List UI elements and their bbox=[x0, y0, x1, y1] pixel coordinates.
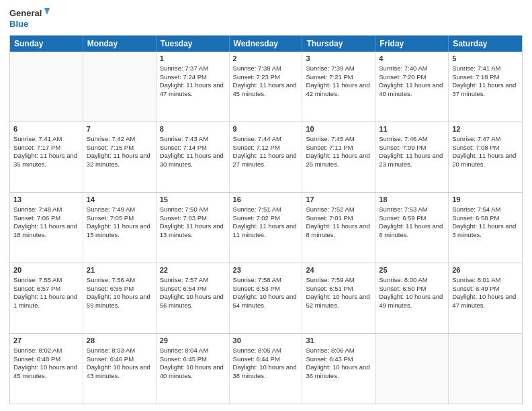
sunrise-text: Sunrise: 7:46 AM bbox=[379, 135, 427, 142]
sunrise-text: Sunrise: 7:57 AM bbox=[160, 276, 208, 283]
day-number: 23 bbox=[233, 265, 299, 275]
day-number: 22 bbox=[160, 265, 226, 275]
calendar-cell bbox=[83, 52, 157, 122]
calendar-cell bbox=[10, 52, 83, 122]
calendar-cell bbox=[449, 334, 522, 404]
calendar-cell: 2Sunrise: 7:38 AMSunset: 7:23 PMDaylight… bbox=[230, 52, 303, 122]
daylight-text: Daylight: 11 hours and 25 minutes. bbox=[306, 152, 369, 168]
sunrise-text: Sunrise: 7:49 AM bbox=[87, 205, 135, 213]
calendar-cell: 7Sunrise: 7:42 AMSunset: 7:15 PMDaylight… bbox=[83, 122, 157, 192]
daylight-text: Daylight: 10 hours and 59 minutes. bbox=[87, 293, 150, 309]
sunrise-text: Sunrise: 7:40 AM bbox=[379, 64, 427, 72]
day-number: 8 bbox=[160, 124, 226, 134]
sunset-text: Sunset: 7:17 PM bbox=[13, 144, 60, 151]
calendar-cell: 26Sunrise: 8:01 AMSunset: 6:49 PMDayligh… bbox=[449, 263, 522, 333]
sunset-text: Sunset: 7:24 PM bbox=[160, 73, 207, 81]
daylight-text: Daylight: 11 hours and 13 minutes. bbox=[160, 222, 224, 238]
sunrise-text: Sunrise: 8:02 AM bbox=[13, 347, 62, 354]
day-number: 13 bbox=[13, 195, 79, 205]
sunset-text: Sunset: 6:48 PM bbox=[13, 355, 60, 363]
daylight-text: Daylight: 11 hours and 47 minutes. bbox=[160, 81, 224, 97]
calendar-cell: 20Sunrise: 7:55 AMSunset: 6:57 PMDayligh… bbox=[10, 263, 83, 333]
sunset-text: Sunset: 6:45 PM bbox=[160, 355, 207, 363]
sunset-text: Sunset: 6:49 PM bbox=[452, 285, 499, 292]
sunrise-text: Sunrise: 7:47 AM bbox=[452, 135, 500, 142]
sunset-text: Sunset: 6:55 PM bbox=[87, 285, 134, 292]
sunrise-text: Sunrise: 8:03 AM bbox=[87, 347, 135, 354]
day-number: 9 bbox=[233, 124, 299, 134]
calendar-cell: 10Sunrise: 7:45 AMSunset: 7:11 PMDayligh… bbox=[302, 122, 375, 192]
svg-text:Blue: Blue bbox=[9, 19, 28, 29]
sunrise-text: Sunrise: 7:42 AM bbox=[87, 135, 135, 142]
sunrise-text: Sunrise: 7:39 AM bbox=[306, 64, 354, 72]
sunset-text: Sunset: 7:11 PM bbox=[306, 144, 353, 151]
day-number: 14 bbox=[87, 195, 152, 205]
calendar-cell: 13Sunrise: 7:48 AMSunset: 7:06 PMDayligh… bbox=[10, 193, 83, 263]
day-number: 15 bbox=[160, 195, 226, 205]
calendar-cell: 29Sunrise: 8:04 AMSunset: 6:45 PMDayligh… bbox=[157, 334, 230, 404]
daylight-text: Daylight: 10 hours and 43 minutes. bbox=[87, 363, 150, 379]
sunrise-text: Sunrise: 7:53 AM bbox=[379, 205, 427, 213]
calendar-cell: 3Sunrise: 7:39 AMSunset: 7:21 PMDaylight… bbox=[302, 52, 375, 122]
sunrise-text: Sunrise: 8:01 AM bbox=[452, 276, 500, 283]
calendar-cell: 30Sunrise: 8:05 AMSunset: 6:44 PMDayligh… bbox=[230, 334, 303, 404]
calendar-cell: 16Sunrise: 7:51 AMSunset: 7:02 PMDayligh… bbox=[230, 193, 303, 263]
daylight-text: Daylight: 11 hours and 20 minutes. bbox=[452, 152, 516, 168]
daylight-text: Daylight: 11 hours and 35 minutes. bbox=[13, 152, 77, 168]
calendar-cell: 5Sunrise: 7:41 AMSunset: 7:18 PMDaylight… bbox=[449, 52, 522, 122]
daylight-text: Daylight: 11 hours and 11 minutes. bbox=[233, 222, 297, 238]
daylight-text: Daylight: 10 hours and 56 minutes. bbox=[160, 293, 224, 309]
day-number: 19 bbox=[452, 195, 519, 205]
daylight-text: Daylight: 11 hours and 45 minutes. bbox=[233, 81, 297, 97]
header-cell-tuesday: Tuesday bbox=[157, 36, 230, 52]
calendar-cell: 21Sunrise: 7:56 AMSunset: 6:55 PMDayligh… bbox=[83, 263, 157, 333]
daylight-text: Daylight: 11 hours and 42 minutes. bbox=[306, 81, 369, 97]
sunset-text: Sunset: 6:46 PM bbox=[87, 355, 134, 363]
day-number: 21 bbox=[87, 265, 152, 275]
day-number: 17 bbox=[306, 195, 371, 205]
daylight-text: Daylight: 11 hours and 32 minutes. bbox=[87, 152, 150, 168]
sunrise-text: Sunrise: 7:59 AM bbox=[306, 276, 354, 283]
sunrise-text: Sunrise: 7:43 AM bbox=[160, 135, 208, 142]
sunset-text: Sunset: 7:20 PM bbox=[379, 73, 426, 81]
day-number: 3 bbox=[306, 54, 371, 64]
daylight-text: Daylight: 10 hours and 36 minutes. bbox=[306, 363, 369, 379]
sunrise-text: Sunrise: 7:55 AM bbox=[13, 276, 62, 283]
sunset-text: Sunset: 6:57 PM bbox=[13, 285, 60, 292]
calendar-row-2: 6Sunrise: 7:41 AMSunset: 7:17 PMDaylight… bbox=[10, 122, 522, 192]
day-number: 27 bbox=[13, 336, 79, 346]
sunset-text: Sunset: 7:21 PM bbox=[306, 73, 353, 81]
sunrise-text: Sunrise: 7:45 AM bbox=[306, 135, 354, 142]
day-number: 25 bbox=[379, 265, 445, 275]
calendar-row-1: 1Sunrise: 7:37 AMSunset: 7:24 PMDaylight… bbox=[10, 52, 522, 122]
sunrise-text: Sunrise: 8:00 AM bbox=[379, 276, 427, 283]
header-cell-saturday: Saturday bbox=[449, 36, 522, 52]
svg-text:General: General bbox=[9, 8, 42, 18]
sunset-text: Sunset: 6:50 PM bbox=[379, 285, 426, 292]
sunrise-text: Sunrise: 7:37 AM bbox=[160, 64, 208, 72]
sunset-text: Sunset: 7:01 PM bbox=[306, 214, 353, 222]
sunrise-text: Sunrise: 7:52 AM bbox=[306, 205, 354, 213]
calendar-cell: 12Sunrise: 7:47 AMSunset: 7:08 PMDayligh… bbox=[449, 122, 522, 192]
daylight-text: Daylight: 11 hours and 6 minutes. bbox=[379, 222, 443, 238]
day-number: 31 bbox=[306, 336, 371, 346]
sunset-text: Sunset: 6:44 PM bbox=[233, 355, 280, 363]
calendar-body: 1Sunrise: 7:37 AMSunset: 7:24 PMDaylight… bbox=[10, 52, 522, 404]
svg-marker-2 bbox=[44, 8, 50, 15]
sunset-text: Sunset: 7:06 PM bbox=[13, 214, 60, 222]
sunrise-text: Sunrise: 7:54 AM bbox=[452, 205, 500, 213]
sunset-text: Sunset: 6:54 PM bbox=[160, 285, 207, 292]
daylight-text: Daylight: 10 hours and 40 minutes. bbox=[160, 363, 224, 379]
calendar-cell: 6Sunrise: 7:41 AMSunset: 7:17 PMDaylight… bbox=[10, 122, 83, 192]
day-number: 10 bbox=[306, 124, 371, 134]
sunset-text: Sunset: 7:09 PM bbox=[379, 144, 426, 151]
sunrise-text: Sunrise: 7:56 AM bbox=[87, 276, 135, 283]
calendar-cell: 24Sunrise: 7:59 AMSunset: 6:51 PMDayligh… bbox=[302, 263, 375, 333]
sunrise-text: Sunrise: 7:58 AM bbox=[233, 276, 281, 283]
day-number: 7 bbox=[87, 124, 152, 134]
day-number: 6 bbox=[13, 124, 79, 134]
daylight-text: Daylight: 10 hours and 38 minutes. bbox=[233, 363, 297, 379]
header-cell-wednesday: Wednesday bbox=[230, 36, 303, 52]
daylight-text: Daylight: 11 hours and 15 minutes. bbox=[87, 222, 150, 238]
calendar-cell: 23Sunrise: 7:58 AMSunset: 6:53 PMDayligh… bbox=[230, 263, 303, 333]
